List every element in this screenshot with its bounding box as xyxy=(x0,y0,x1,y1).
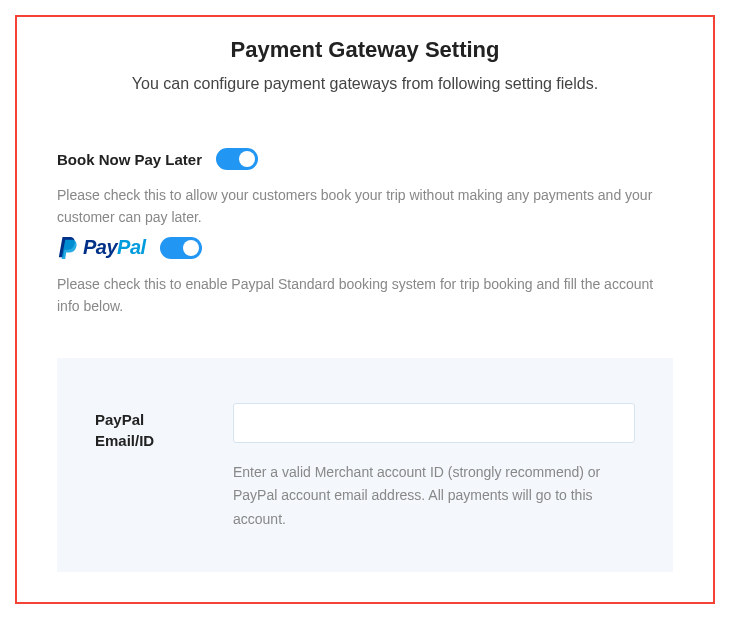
paypal-row: PayPal xyxy=(57,235,673,261)
book-now-pay-later-row: Book Now Pay Later xyxy=(57,148,673,170)
book-now-pay-later-label: Book Now Pay Later xyxy=(57,151,202,168)
paypal-icon xyxy=(57,235,79,261)
page-subtitle: You can configure payment gateways from … xyxy=(57,75,673,93)
paypal-email-field-row: PayPal Email/ID Enter a valid Merchant a… xyxy=(95,403,635,532)
paypal-email-input[interactable] xyxy=(233,403,635,443)
paypal-hint: Please check this to enable Paypal Stand… xyxy=(57,273,673,318)
page-title: Payment Gateway Setting xyxy=(57,37,673,63)
paypal-settings-panel: PayPal Email/ID Enter a valid Merchant a… xyxy=(57,358,673,572)
book-now-pay-later-hint: Please check this to allow your customer… xyxy=(57,184,673,229)
paypal-toggle[interactable] xyxy=(160,237,202,259)
payment-gateway-panel: Payment Gateway Setting You can configur… xyxy=(15,15,715,604)
book-now-pay-later-toggle[interactable] xyxy=(216,148,258,170)
paypal-email-label: PayPal Email/ID xyxy=(95,403,205,451)
paypal-logo: PayPal xyxy=(57,235,146,261)
paypal-email-hint: Enter a valid Merchant account ID (stron… xyxy=(233,461,635,532)
